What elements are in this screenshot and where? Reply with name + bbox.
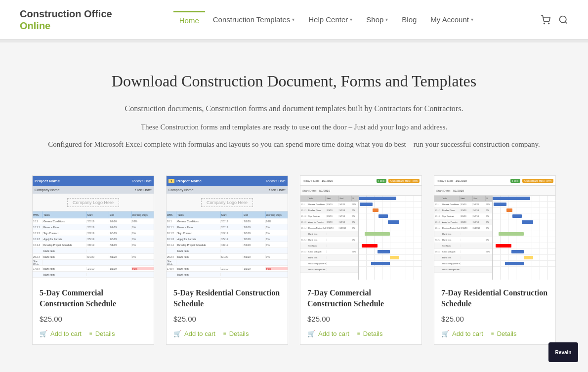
- product-grid: Project Name Today's Date Company Name S…: [32, 175, 556, 345]
- product-price: $25.00: [40, 315, 147, 323]
- product-title: 7-Day Residential Construction Schedule: [441, 288, 548, 310]
- cart-icon: 🛒: [173, 330, 181, 337]
- product-actions: 🛒 Add to cart ≡ Details: [307, 330, 415, 337]
- cart-button[interactable]: [541, 15, 550, 25]
- main-content: Download Construction Document, Forms an…: [22, 42, 566, 365]
- product-title: 5-Day Residential Construction Schedule: [173, 288, 281, 310]
- nav-item-shop[interactable]: Shop ▾: [360, 11, 394, 28]
- product-info-7day-residential: 7-Day Residential Construction Schedule …: [434, 280, 555, 344]
- nav-item-blog[interactable]: Blog: [396, 11, 422, 28]
- product-actions: 🛒 Add to cart ≡ Details: [173, 330, 281, 337]
- product-image-5day-commercial: Project Name Today's Date Company Name S…: [33, 176, 154, 280]
- cart-icon: [541, 15, 550, 25]
- product-price: $25.00: [173, 315, 281, 323]
- list-icon: ≡: [491, 331, 494, 336]
- site-logo[interactable]: Construction Office Online: [20, 8, 112, 32]
- spreadsheet-mockup-2: 1 Project Name Today's Date Company Name…: [167, 176, 288, 280]
- revain-badge[interactable]: Revain: [548, 342, 578, 362]
- add-to-cart-button[interactable]: 🛒 Add to cart: [173, 330, 215, 337]
- chevron-down-icon: ▾: [292, 17, 294, 22]
- chevron-down-icon: ▾: [385, 17, 388, 22]
- gantt-mockup-residential: Today's Date 1/1/2020 Help Customize thi…: [434, 176, 555, 280]
- search-icon: [558, 15, 568, 25]
- product-actions: 🛒 Add to cart ≡ Details: [441, 330, 548, 337]
- product-actions: 🛒 Add to cart ≡ Details: [40, 330, 147, 337]
- cart-icon: 🛒: [40, 330, 47, 337]
- add-to-cart-button[interactable]: 🛒 Add to cart: [441, 330, 483, 337]
- product-info-5day-residential: 5-Day Residential Construction Schedule …: [167, 280, 288, 344]
- list-icon: ≡: [89, 331, 92, 336]
- spreadsheet-mockup: Project Name Today's Date Company Name S…: [33, 176, 154, 280]
- product-info-5day-commercial: 5-Day Commercial Construction Schedule $…: [33, 280, 154, 344]
- details-button[interactable]: ≡ Details: [223, 330, 249, 337]
- product-card-7day-commercial: Today's Date 1/1/2020 Help Customize thi…: [300, 175, 422, 345]
- product-title: 7-Day Commercial Construction Schedule: [307, 288, 415, 310]
- product-info-7day-commercial: 7-Day Commercial Construction Schedule $…: [300, 280, 421, 344]
- logo-line1: Construction Office: [20, 8, 112, 20]
- chevron-down-icon: ▾: [350, 17, 352, 22]
- page-desc1: These Construction forms and templates a…: [32, 123, 556, 131]
- list-icon: ≡: [223, 331, 226, 336]
- revain-label: Revain: [555, 350, 572, 355]
- nav-item-help-center[interactable]: Help Center ▾: [302, 11, 358, 28]
- product-card-5day-commercial: Project Name Today's Date Company Name S…: [32, 175, 154, 345]
- product-title: 5-Day Commercial Construction Schedule: [40, 288, 147, 310]
- product-image-7day-commercial: Today's Date 1/1/2020 Help Customize thi…: [300, 176, 421, 280]
- logo-line2: Online: [20, 20, 112, 32]
- nav-item-home[interactable]: Home: [173, 11, 205, 29]
- svg-point-2: [559, 16, 566, 22]
- add-to-cart-button[interactable]: 🛒 Add to cart: [307, 330, 349, 337]
- product-card-5day-residential: 1 Project Name Today's Date Company Name…: [166, 175, 288, 345]
- details-button[interactable]: ≡ Details: [89, 330, 115, 337]
- page-title: Download Construction Document, Forms an…: [32, 72, 556, 90]
- gantt-mockup-commercial: Today's Date 1/1/2020 Help Customize thi…: [300, 176, 421, 280]
- details-button[interactable]: ≡ Details: [357, 330, 383, 337]
- product-image-7day-residential: Today's Date 1/1/2020 Help Customize thi…: [434, 176, 555, 280]
- details-button[interactable]: ≡ Details: [491, 330, 517, 337]
- search-button[interactable]: [558, 15, 568, 25]
- page-subtitle: Construction documents, Construction for…: [32, 102, 556, 115]
- add-to-cart-button[interactable]: 🛒 Add to cart: [40, 330, 82, 337]
- cart-icon: 🛒: [441, 330, 449, 337]
- main-nav: Home Construction Templates ▾ Help Cente…: [173, 11, 479, 29]
- product-card-7day-residential: Today's Date 1/1/2020 Help Customize thi…: [434, 175, 556, 345]
- site-header: Construction Office Online Home Construc…: [0, 0, 588, 40]
- product-price: $25.00: [307, 315, 415, 323]
- page-desc2: Configured for Microsoft Excel complete …: [32, 138, 556, 151]
- product-price: $25.00: [441, 315, 548, 323]
- header-icons: [541, 15, 568, 25]
- product-image-5day-residential: 1 Project Name Today's Date Company Name…: [167, 176, 288, 280]
- chevron-down-icon: ▾: [471, 17, 473, 22]
- cart-icon: 🛒: [307, 330, 315, 337]
- list-icon: ≡: [357, 331, 360, 336]
- svg-point-1: [548, 23, 549, 24]
- nav-item-my-account[interactable]: My Account ▾: [424, 11, 479, 28]
- svg-point-0: [544, 23, 545, 24]
- nav-item-construction-templates[interactable]: Construction Templates ▾: [207, 11, 300, 28]
